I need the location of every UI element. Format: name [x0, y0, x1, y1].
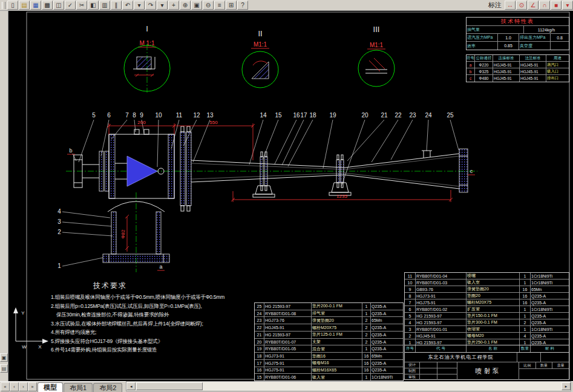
detail-label: II [258, 29, 262, 38]
bom-name: 弹簧垫圈20 [312, 317, 362, 324]
cell: HGJ45-91 [520, 62, 546, 68]
spec-value [551, 42, 569, 50]
bom-qty: 2 [520, 319, 531, 325]
dim-linear-icon[interactable]: ↔ [505, 1, 516, 10]
tab-nav-first-button[interactable]: « [1, 382, 10, 391]
plot-icon[interactable]: ▩ [42, 1, 53, 10]
col-header: 公称通径 [475, 55, 493, 61]
scroll-right-button[interactable]: ▸ [562, 382, 571, 390]
new-icon[interactable]: ▯ [7, 1, 18, 10]
bom-name: 支架 [312, 339, 362, 345]
bom-material: Q235-A [371, 303, 403, 310]
cell: 排出口 [546, 75, 569, 82]
cell: 蒸汽口 [546, 62, 569, 68]
dim-arc-icon[interactable]: ∩ [539, 1, 550, 10]
zoom-window-icon[interactable]: ▣ [191, 1, 202, 10]
dim-angular-icon[interactable]: ∠ [528, 1, 539, 10]
bom-qty: 16 [362, 360, 371, 367]
title-block: 东北石油大学机电工程学院 设计 制图 [404, 352, 569, 380]
match-properties-icon[interactable]: ∥ [111, 1, 122, 10]
tab-layout2[interactable]: 布局2 [93, 383, 122, 392]
col-header: 序号 [405, 345, 416, 352]
plot-preview-icon[interactable]: ◫ [53, 1, 64, 10]
toolbar-icon-glyph: ▾ [160, 2, 163, 8]
bom-name: 螺母M16 [312, 360, 362, 367]
properties-icon[interactable]: ≡ [214, 1, 225, 10]
part-name: 喷射泵 [457, 362, 519, 380]
zoom-previous-icon[interactable]: ⊖ [203, 1, 214, 10]
standard-toolbar-group: ▯ ▤ ▦ ▩ ◫ ✓ ✂ ◧ ▥ ∥ ↶ ▾ [7, 1, 248, 10]
pan-icon[interactable]: + [168, 1, 179, 10]
bom-qty: 1 [520, 279, 531, 286]
cell: a [467, 62, 475, 68]
tab-model[interactable]: 模型 [38, 382, 63, 392]
horizontal-scrollbar[interactable]: ◂ ▸ [126, 381, 571, 391]
copy-icon[interactable]: ◧ [88, 1, 99, 10]
tab-nav-next-button[interactable]: › [19, 382, 28, 391]
part-callout: 9 [140, 112, 143, 119]
toolbar-grip[interactable] [2, 2, 5, 9]
tech-req-line: 3.水压试验后,在喉体外部堵焊螺丝孔,然后再焊上件14(全焊缝间断焊); [51, 319, 224, 328]
redo-icon[interactable]: ↷ [145, 1, 156, 10]
bom-code: RYB80T/D01-03 [416, 279, 467, 286]
scrollbar-track[interactable] [136, 382, 562, 390]
signature-blank [437, 374, 457, 380]
bom-material: 1Cr18Ni9Ti [531, 273, 569, 279]
bom-code: HGJ73-91 [416, 293, 467, 299]
col-header: 连接标准 [493, 55, 520, 61]
spec-label: 进汽压力MPa [467, 34, 498, 41]
bom-row: 23 HGJ73-76 弹簧垫圈20 2 65Mn [255, 317, 403, 324]
signature-row: 审核 [405, 374, 457, 380]
spec-row: 进汽压力MPa 1.0 排出压力MPa 0.8 [467, 34, 569, 42]
cut-icon[interactable]: ✂ [76, 1, 87, 10]
bom-row: 16 HGJ75-91 螺栓M16X65 16 Q235-A [255, 367, 403, 374]
bom-name: 垫片300-0.1 FM [467, 319, 520, 325]
open-icon[interactable]: ▤ [19, 1, 30, 10]
drawing-canvas[interactable]: I M 1:1 II M1:1 III M1:1 [8, 11, 573, 381]
dock-tool-button-1[interactable]: ▣ [0, 353, 8, 362]
undo-icon[interactable]: ↶ [122, 1, 133, 10]
color-swatch-icon[interactable]: ■ [551, 1, 562, 10]
dock-tool-button-2[interactable]: ▤ [0, 364, 8, 373]
dropdown-icon[interactable]: ▾ [562, 1, 573, 10]
spec-table: 技术特性表 抽气量 1124kg/h 进汽压力MPa 1.0 排出压力MPa 0… [466, 17, 569, 50]
bom-material: 65Mn [371, 317, 403, 324]
bom-row: 20 RYB80T/D01-07 支架 2 Q235-A [255, 339, 403, 346]
detail-label: III [373, 25, 380, 34]
bom-qty: 2 [362, 324, 371, 331]
nozzle-table-rows: a Ф220 HGJ45-91 HGJ45-91 蒸汽口 b Ф325 HGJ4… [467, 62, 569, 82]
autocad-window: ▯ ▤ ▦ ▩ ◫ ✓ ✂ ◧ ▥ ∥ ↶ ▾ [0, 0, 573, 392]
tab-nav-last-button[interactable]: » [28, 382, 37, 391]
toolbar-icon-glyph: ◧ [90, 2, 96, 8]
signature-blank [437, 362, 457, 368]
dim-radius-icon[interactable]: ⊙ [516, 1, 527, 10]
bom-row: 4 HG 21593-97 垫片300-0.1 FM 2 Q235-A [405, 319, 569, 326]
zoom-realtime-icon[interactable]: ⊕ [180, 1, 191, 10]
bom-row: 9 GB93-76 弹簧垫圈20 16 65Mn [405, 286, 569, 293]
redo-dropdown-icon[interactable]: ▾ [157, 1, 168, 10]
save-icon[interactable]: ▦ [30, 1, 41, 10]
toolbar-icon-glyph: ∥ [115, 2, 118, 8]
help-icon[interactable]: ? [237, 1, 248, 10]
bom-qty: 16 [520, 293, 531, 299]
part-callout: 5 [92, 112, 96, 119]
bom-item-no: 20 [255, 339, 264, 345]
paste-icon[interactable]: ▥ [99, 1, 110, 10]
toolbar-icon-glyph: ▾ [137, 2, 140, 8]
bom-material: Q235-A [531, 299, 569, 305]
assembly-view [66, 126, 477, 272]
design-center-icon[interactable]: ⊞ [226, 1, 237, 10]
undo-dropdown-icon[interactable]: ▾ [134, 1, 145, 10]
bom-qty: 16 [520, 299, 531, 305]
bom-row: 6 RYB80T/D01-02 扩压管 1 1Cr18Ni9Ti [405, 306, 569, 313]
scrollbar-thumb[interactable] [136, 382, 203, 390]
toolbar-icon-glyph: ↶ [125, 2, 130, 8]
spec-value: 1124kg/h [524, 26, 569, 33]
scroll-left-button[interactable]: ◂ [126, 382, 136, 390]
tab-nav-prev-button[interactable]: ‹ [10, 382, 19, 391]
bom-qty: 16 [362, 353, 371, 359]
toolbar-icon-glyph: ▣ [194, 2, 199, 8]
spell-icon[interactable]: ✓ [65, 1, 76, 10]
spec-value: 1.0 [498, 34, 519, 41]
tab-layout1[interactable]: 布局1 [64, 383, 93, 392]
